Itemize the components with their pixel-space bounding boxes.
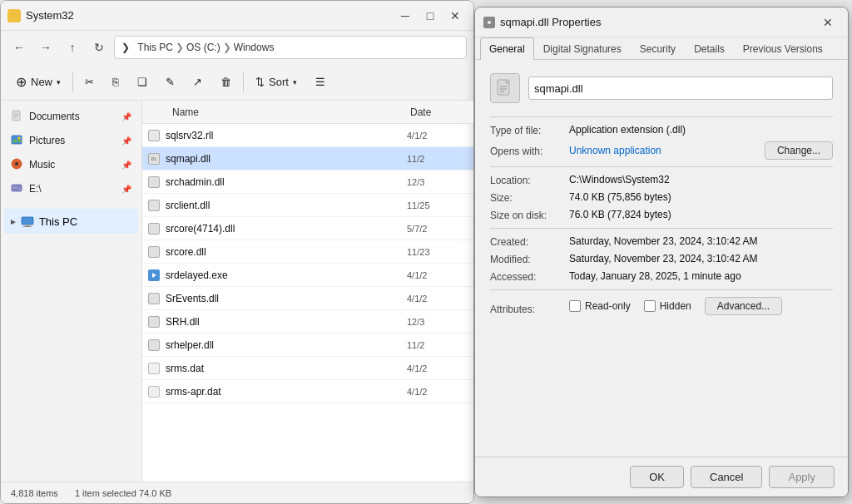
- file-icon-srdelayed: [142, 269, 166, 281]
- sidebar-item-documents[interactable]: Documents 📌: [4, 105, 138, 128]
- tab-general[interactable]: General: [480, 37, 534, 60]
- expand-arrow-this-pc: ►: [9, 217, 17, 226]
- new-button[interactable]: ⊕ New ▾: [7, 69, 69, 96]
- hidden-checkbox[interactable]: [644, 300, 656, 312]
- file-item-srms-apr[interactable]: srms-apr.dat 4/1/2: [142, 380, 473, 403]
- dialog-title-icon: [483, 17, 495, 28]
- file-name-srh: SRH.dll: [166, 316, 407, 328]
- svg-rect-11: [12, 187, 17, 188]
- type-row: Type of file: Application extension (.dl…: [490, 124, 833, 136]
- file-date-sqlsrv32: 4/1/2: [407, 131, 473, 141]
- minimize-button[interactable]: ─: [394, 4, 417, 27]
- col-date-header[interactable]: Date: [407, 106, 473, 118]
- file-icon-srclient: [142, 200, 166, 211]
- readonly-checkbox[interactable]: [569, 300, 581, 312]
- col-name-header[interactable]: Name: [166, 106, 407, 118]
- readonly-label: Read-only: [585, 300, 631, 312]
- sidebar-item-music[interactable]: Music 📌: [4, 153, 138, 176]
- pin-icon-music: 📌: [121, 161, 131, 170]
- modified-label: Modified:: [490, 253, 569, 265]
- copy-button[interactable]: ⎘: [104, 69, 127, 96]
- location-value: C:\Windows\System32: [569, 174, 833, 185]
- tab-digital-signatures[interactable]: Digital Signatures: [534, 37, 631, 60]
- created-label: Created:: [490, 235, 569, 248]
- sidebar-item-this-pc[interactable]: ► This PC: [4, 209, 138, 234]
- file-icon-sqlsrv32: [142, 130, 166, 141]
- file-icon-srcore: [142, 246, 166, 258]
- music-icon: [11, 158, 24, 171]
- folder-icon: [7, 9, 21, 22]
- file-icon-srms-apr: [142, 386, 166, 398]
- sort-chevron: ▾: [293, 78, 297, 86]
- file-name-input[interactable]: [528, 77, 833, 100]
- file-date-srh: 12/3: [407, 317, 473, 327]
- size-label: Size:: [490, 191, 569, 204]
- file-item-srevents[interactable]: SrEvents.dll 4/1/2: [142, 287, 473, 310]
- forward-button[interactable]: →: [34, 36, 57, 59]
- close-button[interactable]: ✕: [443, 4, 467, 27]
- file-date-srms: 4/1/2: [407, 363, 473, 373]
- back-button[interactable]: ←: [7, 36, 31, 59]
- svg-rect-13: [25, 225, 30, 226]
- sidebar-item-e-drive[interactable]: E:\ 📌: [4, 177, 138, 200]
- item-count: 4,818 items: [11, 488, 58, 498]
- file-date-srcore4714: 5/7/2: [407, 224, 473, 234]
- refresh-button[interactable]: ↻: [87, 36, 111, 59]
- content-area: Documents 📌 Pictures 📌 Music 📌: [1, 101, 473, 482]
- file-item-sqlsrv32[interactable]: sqlsrv32.rll 4/1/2: [142, 124, 473, 147]
- address-bar[interactable]: ❯ This PC ❯ OS (C:) ❯ Windows: [114, 36, 467, 59]
- new-chevron: ▾: [57, 78, 61, 86]
- tabs-bar: General Digital Signatures Security Deta…: [475, 37, 848, 60]
- explorer-window: System32 ─ □ ✕ ← → ↑ ↻ ❯ This PC ❯ OS (C…: [0, 0, 474, 504]
- attrs-group: Read-only Hidden Advanced...: [569, 297, 782, 315]
- file-list: Name Date sqlsrv32.rll 4/1/2 DL sqmapi.d…: [142, 101, 473, 482]
- file-icon-srh: [142, 316, 166, 328]
- advanced-button[interactable]: Advanced...: [705, 297, 782, 315]
- file-item-srcore[interactable]: srcore.dll 11/23: [142, 240, 473, 264]
- sort-label: Sort: [269, 76, 289, 88]
- pictures-icon: [11, 134, 24, 147]
- change-button[interactable]: Change...: [765, 141, 833, 160]
- file-icon-srhelper: [142, 339, 166, 351]
- tab-details[interactable]: Details: [685, 37, 734, 60]
- cut-button[interactable]: ✂: [77, 69, 102, 96]
- dialog-footer: OK Cancel Apply: [475, 457, 848, 497]
- address-sep2: ❯: [176, 42, 184, 53]
- address-sep3: ❯: [223, 42, 231, 53]
- file-item-srh[interactable]: SRH.dll 12/3: [142, 310, 473, 334]
- this-pc-label: This PC: [39, 215, 77, 228]
- ok-button[interactable]: OK: [630, 466, 684, 488]
- address-part3: Windows: [234, 42, 275, 53]
- cancel-button[interactable]: Cancel: [691, 466, 762, 488]
- file-item-srms[interactable]: srms.dat 4/1/2: [142, 357, 473, 380]
- share-button[interactable]: ↗: [185, 69, 211, 96]
- size-row: Size: 74.0 KB (75,856 bytes): [490, 191, 833, 204]
- file-item-srclient[interactable]: srclient.dll 11/25: [142, 194, 473, 217]
- file-item-srhelper[interactable]: srhelper.dll 11/2: [142, 334, 473, 357]
- file-item-srdelayed[interactable]: srdelayed.exe 4/1/2: [142, 264, 473, 287]
- address-this-pc: ❯: [121, 42, 130, 53]
- sort-button[interactable]: ⇅ Sort ▾: [247, 69, 305, 96]
- file-item-srchadmin[interactable]: srchadmin.dll 12/3: [142, 170, 473, 194]
- rename-button[interactable]: ✎: [157, 69, 183, 96]
- file-icon-srchadmin: [142, 176, 166, 188]
- address-part1: This PC: [137, 42, 173, 53]
- tab-security[interactable]: Security: [631, 37, 685, 60]
- toolbar: ⊕ New ▾ ✂ ⎘ ❏ ✎ ↗ 🗑 ⇅ Sort ▾ ☰: [1, 64, 473, 101]
- maximize-button[interactable]: □: [419, 4, 442, 27]
- file-date-srdelayed: 4/1/2: [407, 270, 473, 280]
- file-name-row: [490, 73, 833, 103]
- delete-button[interactable]: 🗑: [212, 69, 240, 96]
- view-options-button[interactable]: ☰: [307, 69, 334, 96]
- attributes-row: Attributes: Read-only Hidden Advanced...: [490, 297, 833, 320]
- dialog-close-button[interactable]: ✕: [816, 11, 840, 34]
- paste-button[interactable]: ❏: [129, 69, 156, 96]
- apply-button[interactable]: Apply: [769, 466, 835, 488]
- file-item-srcore4714[interactable]: srcore(4714).dll 5/7/2: [142, 217, 473, 240]
- sidebar-item-pictures[interactable]: Pictures 📌: [4, 129, 138, 152]
- sidebar: Documents 📌 Pictures 📌 Music 📌: [1, 101, 142, 482]
- attributes-label: Attributes:: [490, 303, 569, 315]
- file-item-sqmapi[interactable]: DL sqmapi.dll 11/2: [142, 147, 473, 170]
- up-button[interactable]: ↑: [61, 36, 84, 59]
- tab-previous-versions[interactable]: Previous Versions: [734, 37, 832, 60]
